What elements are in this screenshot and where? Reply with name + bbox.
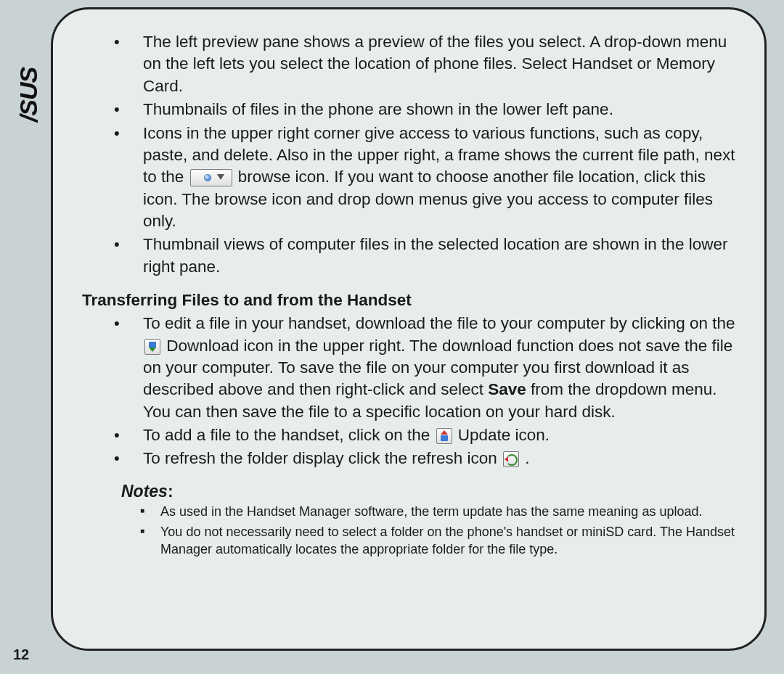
brand-text: /SUS <box>15 67 44 121</box>
list-item: Thumbnails of files in the phone are sho… <box>92 99 735 120</box>
note-item: As used in the Handset Manager software,… <box>128 503 735 520</box>
colon: : <box>168 482 173 501</box>
list-item: The left preview pane shows a preview of… <box>92 31 735 97</box>
notes-list: As used in the Handset Manager software,… <box>128 503 735 559</box>
intro-list: The left preview pane shows a preview of… <box>92 31 735 278</box>
text-fragment: To edit a file in your handset, download… <box>143 314 735 332</box>
content-panel: The left preview pane shows a preview of… <box>51 7 767 651</box>
download-icon <box>144 339 160 355</box>
list-item: To add a file to the handset, click on t… <box>92 424 735 446</box>
brand-logo: /SUS <box>15 36 44 152</box>
notes-heading: Notes: <box>121 482 735 501</box>
note-item: You do not necessarily need to select a … <box>128 523 735 559</box>
section-heading: Transferring Files to and from the Hands… <box>82 291 735 310</box>
update-icon <box>436 428 452 444</box>
notes-label: Notes <box>121 482 168 501</box>
text-fragment: Update icon. <box>458 426 550 444</box>
list-item: Icons in the upper right corner give acc… <box>92 123 735 233</box>
list-item: To refresh the folder display click the … <box>92 448 735 469</box>
text-fragment: To refresh the folder display click the … <box>143 449 502 467</box>
text-fragment: . <box>525 449 529 467</box>
manual-page: /SUS 12 The left preview pane shows a pr… <box>0 0 784 674</box>
refresh-icon <box>503 451 519 467</box>
text-fragment: To add a file to the handset, click on t… <box>143 426 435 444</box>
browse-icon <box>190 169 232 186</box>
bold-save: Save <box>488 380 526 398</box>
transfer-list: To edit a file in your handset, download… <box>92 313 735 470</box>
list-item: Thumbnail views of computer files in the… <box>92 234 735 278</box>
page-number: 12 <box>13 646 29 663</box>
list-item: To edit a file in your handset, download… <box>92 313 735 423</box>
